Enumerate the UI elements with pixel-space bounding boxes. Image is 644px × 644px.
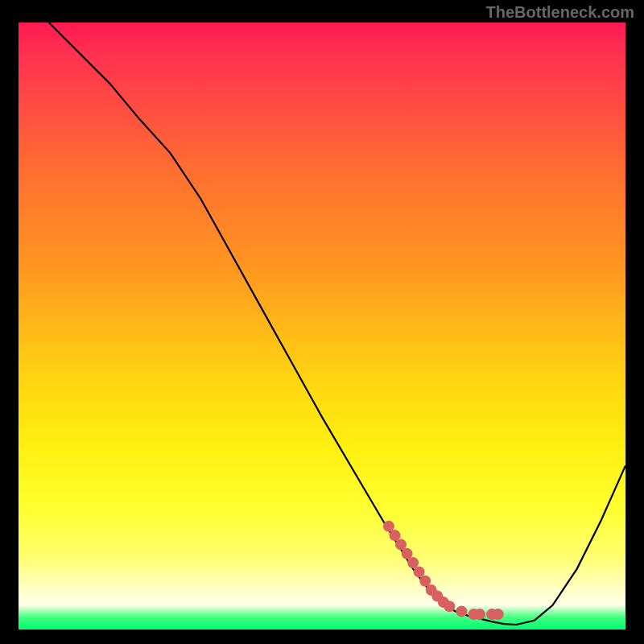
- highlight-dot: [474, 609, 485, 620]
- highlight-dot: [395, 539, 407, 550]
- main-curve: [49, 23, 625, 625]
- highlight-dot: [493, 609, 504, 620]
- highlight-dots: [383, 521, 504, 620]
- highlight-dot: [456, 605, 467, 617]
- chart-svg: [19, 23, 625, 630]
- highlight-dot: [444, 601, 455, 612]
- chart-area: [16, 20, 628, 632]
- watermark-text: TheBottleneck.com: [486, 3, 634, 22]
